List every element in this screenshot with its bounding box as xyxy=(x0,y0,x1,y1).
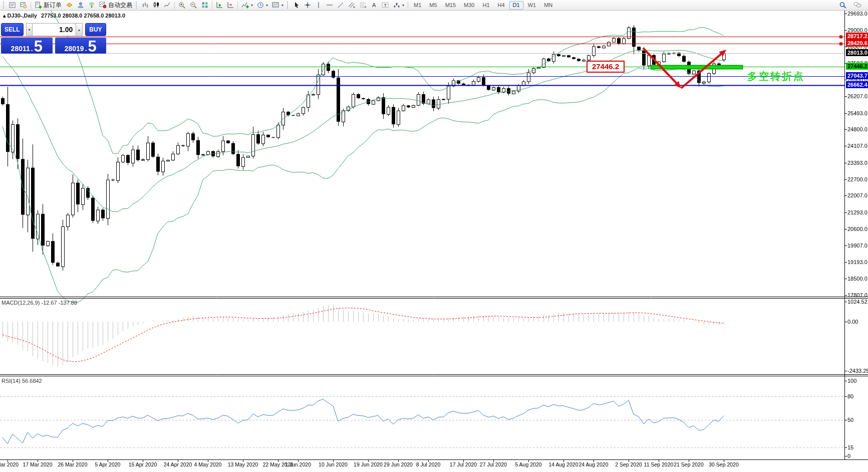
date-axis-tick: 17 Jul 2020 xyxy=(450,461,477,467)
timeframe-mn[interactable]: MN xyxy=(540,1,556,10)
bar-chart-mode-button[interactable] xyxy=(140,1,151,10)
volume-decrease-button[interactable]: ▼ xyxy=(26,23,33,36)
price-axis-tick: 24107.0 xyxy=(847,143,867,149)
price-line-tag: 28420.6 xyxy=(846,40,868,47)
toolbar-grip[interactable] xyxy=(3,2,6,9)
zoom-in-button[interactable] xyxy=(176,1,188,10)
macd-axis-tick: 1024.52 xyxy=(847,299,867,305)
price-axis-tick: 21293.0 xyxy=(847,209,867,215)
toolbar-separator xyxy=(212,2,212,9)
timeframe-m1[interactable]: M1 xyxy=(410,1,425,10)
text-label-button[interactable]: T xyxy=(380,1,391,10)
timeframe-h1[interactable]: H1 xyxy=(479,1,493,10)
date-axis-tick: 15 Apr 2020 xyxy=(129,461,157,467)
timeframe-h4[interactable]: H4 xyxy=(494,1,508,10)
search-button[interactable] xyxy=(837,1,848,10)
community-button[interactable] xyxy=(75,1,86,10)
periods-button[interactable]: ▾ xyxy=(255,1,270,10)
svg-text:F: F xyxy=(365,6,367,9)
rsi-axis-tick: 80 xyxy=(847,393,853,399)
sell-button[interactable]: SELL xyxy=(1,23,24,36)
equidistant-channel-button[interactable]: E xyxy=(346,1,358,10)
timeframe-m15[interactable]: M15 xyxy=(442,1,459,10)
toolbar-separator xyxy=(174,2,175,9)
templates-button[interactable]: ▾ xyxy=(270,1,285,10)
signals-button[interactable] xyxy=(86,1,97,10)
indicators-button[interactable]: ▾ xyxy=(239,1,255,10)
crosshair-button[interactable] xyxy=(302,1,313,10)
svg-text:E: E xyxy=(353,6,355,9)
price-axis-tick: 20600.0 xyxy=(847,226,867,232)
date-axis-tick: 17 Mar 2020 xyxy=(23,461,53,467)
macd-indicator-label: MACD(12,26,9) -12.67 -137.88 xyxy=(2,300,77,306)
volume-input[interactable] xyxy=(33,23,76,36)
tester-button[interactable] xyxy=(18,1,29,10)
sell-price-display[interactable]: 28011.5 xyxy=(1,38,53,54)
auto-scroll-button[interactable] xyxy=(214,1,225,10)
date-axis-tick: 21 Sep 2020 xyxy=(674,461,704,467)
toolbar-grip[interactable] xyxy=(287,2,290,9)
toolbar-separator xyxy=(408,2,408,9)
price-axis-tick: 23393.0 xyxy=(847,160,867,166)
date-axis-tick: 26 Mar 2020 xyxy=(58,461,88,467)
price-line-tag: 28013.0 xyxy=(846,49,868,56)
trendline-button[interactable] xyxy=(335,1,346,10)
date-axis-tick: 14 Aug 2020 xyxy=(549,461,578,467)
dropdown-caret: ▾ xyxy=(251,3,253,8)
date-axis-tick: 13 May 2020 xyxy=(228,461,258,467)
date-axis-tick: 29 Jun 2020 xyxy=(384,461,413,467)
zoom-out-button[interactable] xyxy=(188,1,199,10)
price-line-tag: 27043.7 xyxy=(846,72,868,79)
volume-increase-button[interactable]: ▲ xyxy=(76,23,83,36)
price-line-tag: 26662.4 xyxy=(846,81,868,88)
rsi-axis-tick: 15 xyxy=(847,444,853,450)
candlestick-mode-button[interactable] xyxy=(151,1,162,10)
text-button[interactable]: A xyxy=(369,1,380,10)
chat-button[interactable] xyxy=(851,1,863,10)
line-chart-mode-button[interactable] xyxy=(162,1,173,10)
date-axis-tick: 4 May 2020 xyxy=(194,461,222,467)
market-watch-button[interactable] xyxy=(7,1,18,10)
rsi-axis-tick: 100 xyxy=(847,378,856,384)
buy-price-display[interactable]: 28019.5 xyxy=(55,38,107,54)
vertical-line-button[interactable] xyxy=(313,1,324,10)
date-axis-tick: 19 Jun 2020 xyxy=(354,461,383,467)
metaeditor-button[interactable] xyxy=(64,1,75,10)
cursor-button[interactable] xyxy=(291,1,302,10)
chart-ohlc-values: 27753.0 28038.0 27658.0 28013.0 xyxy=(41,13,125,19)
date-axis-tick: 10 Jun 2020 xyxy=(319,461,348,467)
price-axis-tick: 19193.0 xyxy=(847,259,867,265)
price-axis-tick: 18500.0 xyxy=(847,276,867,282)
arrows-button[interactable]: ▾ xyxy=(391,1,406,10)
timeframe-w1[interactable]: W1 xyxy=(524,1,540,10)
buy-button[interactable]: BUY xyxy=(85,23,106,36)
price-axis-tick: 22700.0 xyxy=(847,176,867,182)
chart-shift-button[interactable] xyxy=(225,1,236,10)
one-click-trading-panel: SELL ▼ ▲ BUY 28011.5 28019.5 xyxy=(1,23,106,54)
price-axis-tick: 17807.0 xyxy=(847,292,867,298)
horizontal-line-button[interactable] xyxy=(324,1,335,10)
toolbar-grip[interactable] xyxy=(136,2,138,9)
tile-windows-button[interactable] xyxy=(199,1,210,10)
price-annotation-box[interactable]: 27446.2 xyxy=(587,61,625,73)
price-axis-tick: 24800.0 xyxy=(847,126,867,132)
toolbar: 新订单 自动交易 ▾ ▾ ▾ E F A T ▾ M1 M5 M15 M30 xyxy=(0,0,868,11)
date-axis-tick: 2 Sep 2020 xyxy=(615,461,642,467)
pivot-point-annotation[interactable]: 多空转折点 xyxy=(747,70,805,83)
timeframe-m5[interactable]: M5 xyxy=(426,1,440,10)
svg-text:T: T xyxy=(384,3,387,8)
price-axis-tick: 19907.0 xyxy=(847,243,867,249)
new-order-button[interactable]: 新订单 xyxy=(33,1,64,10)
chart-canvas[interactable] xyxy=(0,0,868,472)
date-axis-tick: 5 Apr 2020 xyxy=(95,461,121,467)
price-line-tag: 28717.2 xyxy=(846,33,868,40)
dropdown-caret: ▾ xyxy=(266,3,268,8)
trading-terminal-window: 新订单 自动交易 ▾ ▾ ▾ E F A T ▾ M1 M5 M15 M30 xyxy=(0,0,868,472)
date-axis-tick: 30 Sep 2020 xyxy=(709,461,739,467)
timeframe-d1[interactable]: D1 xyxy=(509,1,523,10)
price-axis-tick: 26207.0 xyxy=(847,93,867,99)
chart-symbol-period: ▴ DJ30-,Daily xyxy=(3,13,37,19)
autotrading-button[interactable]: 自动交易 xyxy=(97,1,134,10)
fibonacci-button[interactable]: F xyxy=(358,1,369,10)
timeframe-m30[interactable]: M30 xyxy=(460,1,478,10)
